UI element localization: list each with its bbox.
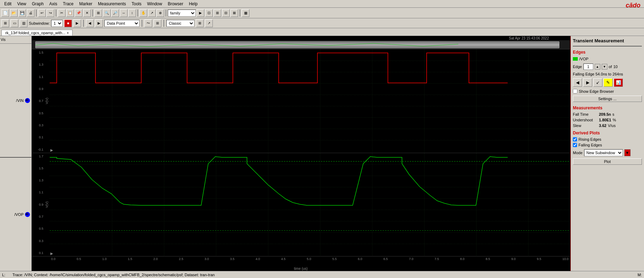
menu-axis[interactable]: Axis — [47, 1, 60, 7]
tb2-wave-btn[interactable]: 〜 — [144, 19, 152, 27]
subwindow-label: Subwindow: — [29, 21, 50, 25]
zoom-x-button[interactable]: ↔ — [120, 9, 128, 17]
y-label-17: 1.7 — [32, 155, 43, 158]
edge-icon-btn3[interactable]: ↙ — [593, 78, 602, 87]
plot-button[interactable]: Plot — [573, 158, 642, 165]
menu-marker[interactable]: Marker — [76, 1, 95, 7]
print-button[interactable]: 🖨 — [27, 9, 35, 17]
tb2-grid-btn[interactable]: ⊞ — [154, 19, 161, 27]
x-label-25: 2.5 — [179, 257, 184, 261]
family-btn2[interactable]: ⊡ — [205, 9, 213, 17]
zoom-y-button[interactable]: ↕ — [128, 9, 136, 17]
x-label-35: 3.5 — [230, 257, 235, 261]
table-button[interactable]: ▦ — [242, 9, 249, 17]
family-select[interactable]: family — [168, 10, 196, 17]
tb2-back-btn[interactable]: ◀ — [86, 19, 94, 27]
pan-button[interactable]: ✋ — [140, 9, 147, 17]
marker-button[interactable]: ⊕ — [156, 9, 164, 17]
vin-eye-icon[interactable]: 👁 — [25, 98, 30, 103]
edge-number-input[interactable] — [583, 64, 593, 70]
menu-trace[interactable]: Trace — [60, 1, 76, 7]
family-btn3[interactable]: ⊞ — [213, 9, 221, 17]
delete-button[interactable]: ✕ — [83, 9, 91, 17]
status-left: L: — [2, 273, 5, 277]
chart-area: Sat Apr 23 15:43:06 2022 1.5 1.3 1.1 0.9… — [32, 36, 570, 271]
edge-icon-btn4[interactable]: ✎ — [603, 78, 613, 87]
tb2-export-btn[interactable]: ↗ — [205, 19, 213, 27]
menu-measurements[interactable]: Measurements — [95, 1, 129, 7]
family-btn5[interactable]: ⊠ — [230, 9, 238, 17]
tb2-play-btn[interactable]: ▶ — [73, 19, 81, 27]
redo-button[interactable]: ↪ — [47, 9, 54, 17]
x-label-45: 4.5 — [281, 257, 286, 261]
y-label-b15: 1.5 — [32, 167, 43, 170]
top-chart-section: 1.5 1.3 1.1 0.9 0.7 0.5 0.3 0.1 -0.1 V(V… — [32, 49, 570, 153]
datapoint-select[interactable]: Data Point — [104, 20, 140, 27]
tb2-sep2 — [142, 20, 142, 27]
undershoot-row: Undershoot 1.80E1 % — [573, 118, 642, 122]
x-label-10: 10.0 — [562, 257, 569, 261]
y-label-b13: 1.3 — [32, 179, 43, 182]
menu-browser[interactable]: Browser — [165, 1, 186, 7]
right-panel: Transient Measurement Edges /VOP Edge ▲ … — [570, 36, 644, 271]
edge-up-button[interactable]: ▲ — [595, 64, 600, 70]
classic-select[interactable]: Classic — [166, 20, 194, 27]
menu-edit[interactable]: Edit — [1, 1, 14, 7]
vin-play-icon[interactable]: ▶ — [50, 148, 53, 152]
menu-graph[interactable]: Graph — [29, 1, 46, 7]
edge-icon-btn5[interactable]: 📊 — [614, 78, 623, 87]
overview-scrollbar[interactable] — [35, 41, 559, 48]
mode-select[interactable]: New Subwindow — [584, 149, 623, 156]
menu-tools[interactable]: Tools — [129, 1, 144, 7]
tb2-btn3[interactable]: ▥ — [20, 19, 27, 27]
edge-down-button[interactable]: ▼ — [602, 64, 607, 70]
y-label-05: 0.5 — [32, 111, 43, 115]
main-tab[interactable]: rk_13rf folded_cgcs_opamp_with... × — [1, 30, 73, 36]
new-button[interactable]: 📄 — [1, 9, 9, 17]
menu-window[interactable]: Window — [144, 1, 165, 7]
falling-edges-checkbox[interactable] — [573, 143, 577, 147]
tb2-btn2[interactable]: ▭ — [11, 19, 18, 27]
vop-eye-icon[interactable]: 👁 — [25, 212, 30, 217]
undo-button[interactable]: ↩ — [38, 9, 46, 17]
menu-view[interactable]: View — [14, 1, 29, 7]
save-button[interactable]: 💾 — [18, 9, 26, 17]
zoom-fit-button[interactable]: ⊞ — [94, 9, 102, 17]
x-label-15: 1.5 — [128, 257, 132, 261]
open-button[interactable]: 📂 — [10, 9, 18, 17]
zoom-in-button[interactable]: 🔍 — [103, 9, 111, 17]
edge-icon-btn1[interactable]: ◀ — [573, 78, 582, 87]
overview-bar-container — [32, 40, 570, 49]
x-label-85: 8.5 — [486, 257, 490, 261]
settings-button[interactable]: Settings ... — [573, 96, 642, 102]
family-btn1[interactable]: ▶ — [197, 9, 204, 17]
rising-edges-checkbox[interactable] — [573, 137, 577, 141]
select-button[interactable]: ↗ — [148, 9, 156, 17]
undershoot-value: 1.80E1 — [599, 118, 611, 122]
tb2-btn1[interactable]: ⊞ — [1, 19, 9, 27]
mode-dropdown-btn[interactable]: ▼ — [624, 149, 631, 156]
tb2-fwd-btn[interactable]: ▶ — [95, 19, 103, 27]
edges-section-label: Edges — [573, 50, 642, 55]
trace-info: Trace: /VIN; Context: /home/IC/simulatio… — [12, 273, 215, 277]
signal-name-label: /VOP — [579, 57, 588, 61]
menu-help[interactable]: Help — [186, 1, 200, 7]
show-edge-browser-checkbox[interactable] — [573, 89, 577, 93]
y-label-09: 0.9 — [32, 87, 43, 91]
tb2-stop-btn[interactable]: ■ — [64, 19, 72, 27]
tb2-style-btn[interactable]: ⊞ — [196, 19, 204, 27]
x-label-2: 2.0 — [153, 257, 158, 261]
cut-button[interactable]: ✂ — [58, 9, 66, 17]
vop-play-icon[interactable]: ▶ — [50, 252, 53, 255]
tab-close-button[interactable]: × — [67, 31, 69, 35]
tb2-sep1 — [83, 20, 84, 27]
edge-icon-btn2[interactable]: ▶ — [583, 78, 592, 87]
paste-button[interactable]: 📌 — [75, 9, 82, 17]
family-btn4[interactable]: ⊟ — [222, 9, 230, 17]
edge-of-label: of — [609, 65, 612, 69]
x-label-3: 3.0 — [204, 257, 209, 261]
copy-button[interactable]: 📋 — [66, 9, 74, 17]
subwindow-select[interactable]: 1 — [51, 20, 63, 27]
zoom-out-button[interactable]: 🔎 — [111, 9, 119, 17]
x-label-7: 7.0 — [409, 257, 414, 261]
